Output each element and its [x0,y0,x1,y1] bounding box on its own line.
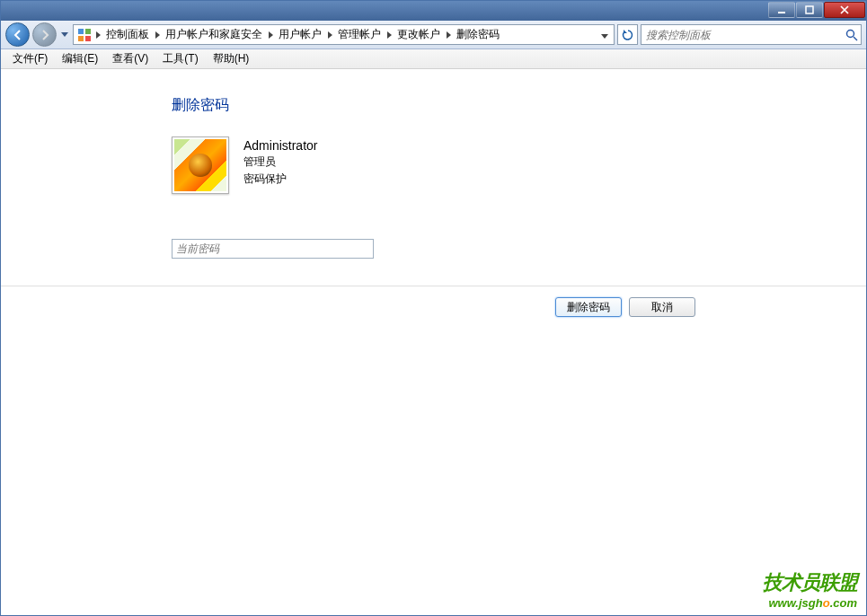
svg-rect-2 [78,29,84,34]
breadcrumb-arrow-icon[interactable] [325,31,334,39]
delete-password-button[interactable]: 删除密码 [555,297,622,317]
titlebar [1,1,866,21]
back-button[interactable] [5,22,30,47]
search-box[interactable] [641,24,862,45]
breadcrumb-item-5[interactable]: 删除密码 [453,25,503,44]
breadcrumb-chevron-down-icon[interactable] [597,29,612,41]
forward-button[interactable] [32,22,57,47]
breadcrumb-item-0[interactable]: 控制面板 [102,25,153,44]
breadcrumb-item-2[interactable]: 用户帐户 [275,25,325,44]
watermark-line1: 技术员联盟 [763,569,857,596]
svg-rect-1 [806,6,813,13]
breadcrumb-item-1[interactable]: 用户帐户和家庭安全 [162,25,266,44]
page-title: 删除密码 [172,96,866,115]
window-frame: 控制面板 用户帐户和家庭安全 用户帐户 管理帐户 更改帐户 删除密码 文件(F)… [0,0,867,616]
breadcrumb-arrow-icon[interactable] [153,31,162,39]
breadcrumb-arrow-icon[interactable] [266,31,275,39]
breadcrumb-item-4[interactable]: 更改帐户 [394,25,444,44]
svg-rect-4 [78,36,84,41]
breadcrumb-item-3[interactable]: 管理帐户 [334,25,385,44]
menu-edit[interactable]: 编辑(E) [55,51,105,66]
user-avatar [172,136,229,194]
breadcrumb-arrow-icon[interactable] [385,31,394,39]
svg-rect-0 [778,12,785,13]
search-icon[interactable] [845,29,858,41]
control-panel-icon [77,28,92,42]
refresh-button[interactable] [617,24,638,45]
breadcrumb-bar[interactable]: 控制面板 用户帐户和家庭安全 用户帐户 管理帐户 更改帐户 删除密码 [73,24,615,45]
svg-rect-5 [85,36,91,41]
content-area: 删除密码 Administrator 管理员 密码保护 [1,69,866,259]
minimize-button[interactable] [768,2,795,18]
watermark: 技术员联盟 www.jsgho.com [763,569,857,610]
nav-area: 控制面板 用户帐户和家庭安全 用户帐户 管理帐户 更改帐户 删除密码 [1,21,866,49]
user-role: 管理员 [243,154,317,170]
maximize-button[interactable] [796,2,823,18]
user-name: Administrator [243,138,317,153]
watermark-line2: www.jsgho.com [763,596,857,610]
menu-tools[interactable]: 工具(T) [155,51,205,66]
user-protection: 密码保护 [243,172,317,187]
breadcrumb-arrow-icon[interactable] [444,31,453,39]
nav-history-dropdown[interactable] [59,28,70,42]
user-info-box: Administrator 管理员 密码保护 [172,136,866,194]
user-details: Administrator 管理员 密码保护 [243,136,317,194]
svg-rect-3 [85,29,91,34]
breadcrumb-arrow-icon[interactable] [93,31,102,39]
close-button[interactable] [824,2,865,18]
menu-file[interactable]: 文件(F) [5,51,55,66]
menu-bar: 文件(F) 编辑(E) 查看(V) 工具(T) 帮助(H) [1,49,866,69]
search-input[interactable] [644,29,845,41]
menu-view[interactable]: 查看(V) [105,51,155,66]
menu-help[interactable]: 帮助(H) [206,51,257,66]
current-password-input[interactable] [172,239,374,259]
cancel-button[interactable]: 取消 [629,297,695,317]
button-row: 删除密码 取消 [1,286,866,317]
svg-point-6 [847,30,854,37]
